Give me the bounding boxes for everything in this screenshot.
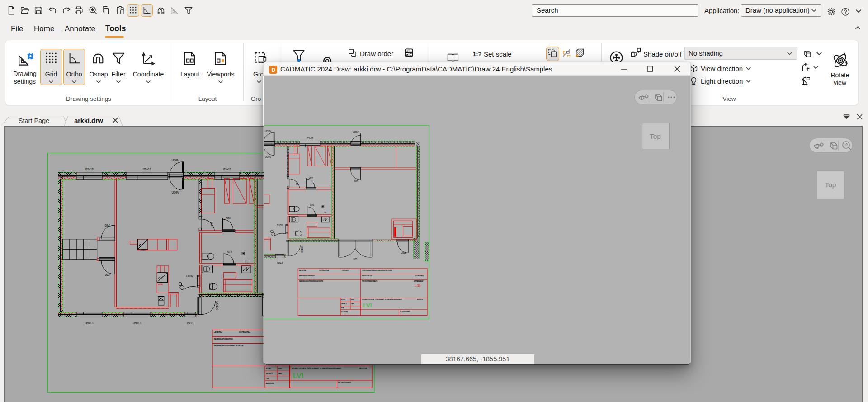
svg-text:Start Page: Start Page <box>19 117 50 124</box>
svg-text:arkki.drw: arkki.drw <box>74 117 103 124</box>
